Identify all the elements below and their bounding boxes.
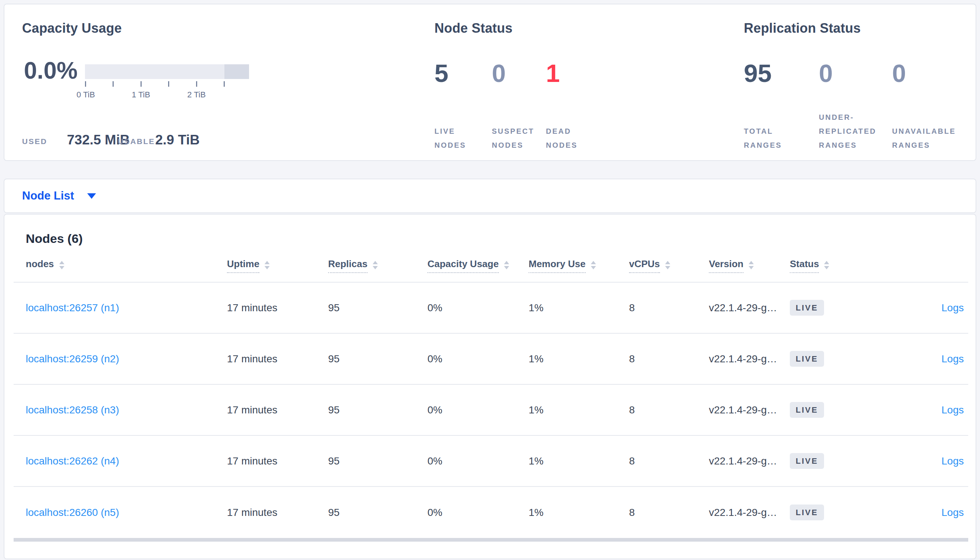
uptime-cell: 17 minutes (227, 385, 328, 436)
status-badge: LIVE (790, 402, 824, 418)
capacity-usage-title: Capacity Usage (22, 21, 430, 36)
uptime-cell: 17 minutes (227, 283, 328, 333)
axis-tick (112, 81, 114, 87)
memory-use-cell: 1% (528, 283, 629, 333)
node-link[interactable]: localhost:26259 (n2) (26, 353, 119, 365)
logs-link[interactable]: Logs (942, 507, 964, 518)
cluster-summary-panel: Capacity Usage 0.0% 0 TiB 1 TiB 2 T (4, 4, 976, 161)
version-cell: v22.1.4-29-g… (709, 333, 790, 385)
status-badge: LIVE (790, 453, 824, 469)
axis-tick (140, 81, 142, 87)
node-status-title: Node Status (435, 21, 740, 36)
under-replicated-ranges-value: 0 (819, 60, 892, 87)
axis-tick (196, 81, 197, 87)
capacity-used-usable-row: USED 732.5 MiB USABLE 2.9 TiB (22, 132, 279, 148)
replication-status-section: Replication Status 95 0 0 TOTAL RANGES U… (744, 4, 980, 162)
column-header-status[interactable]: Status (790, 258, 891, 283)
status-badge: LIVE (790, 505, 824, 520)
capacity-axis-ticks (85, 81, 249, 87)
view-selector-bar: Node List (4, 178, 976, 213)
dead-nodes-value: 1 (546, 60, 656, 87)
column-header-memory-use[interactable]: Memory Use (528, 258, 629, 283)
suspect-nodes-label: SUSPECT NODES (492, 124, 540, 152)
suspect-nodes-value: 0 (492, 60, 546, 87)
memory-use-cell: 1% (528, 333, 629, 385)
node-link[interactable]: localhost:26257 (n1) (26, 302, 119, 313)
total-ranges-value: 95 (744, 60, 819, 87)
view-dropdown-button[interactable]: Node List (22, 189, 96, 202)
axis-tick (168, 81, 169, 87)
sort-icon[interactable] (749, 261, 754, 269)
node-link[interactable]: localhost:26262 (n4) (26, 455, 119, 467)
nodes-table-panel: Nodes (6) nodes Uptime Replic (4, 214, 976, 559)
replication-status-title: Replication Status (744, 21, 980, 36)
unavailable-ranges-label: UNAVAILABLE RANGES (892, 124, 980, 152)
sort-icon[interactable] (591, 261, 596, 269)
node-link[interactable]: localhost:26260 (n5) (26, 507, 119, 518)
column-header-replicas[interactable]: Replicas (328, 258, 428, 283)
node-status-labels: LIVE NODES SUSPECT NODES DEAD NODES (435, 96, 656, 152)
column-header-logs (891, 258, 968, 283)
unavailable-ranges-value: 0 (892, 60, 980, 87)
logs-link[interactable]: Logs (942, 404, 964, 416)
memory-use-cell: 1% (528, 436, 629, 487)
logs-link[interactable]: Logs (942, 302, 964, 313)
vcpus-cell: 8 (629, 487, 709, 538)
memory-use-cell: 1% (528, 385, 629, 436)
table-row: localhost:26259 (n2) 17 minutes 95 0% 1%… (13, 333, 968, 385)
sort-icon[interactable] (264, 261, 270, 269)
capacity-usage-cell: 0% (428, 385, 528, 436)
replicas-cell: 95 (328, 436, 428, 487)
column-header-uptime[interactable]: Uptime (227, 258, 328, 283)
sort-icon[interactable] (665, 261, 670, 269)
logs-link[interactable]: Logs (942, 353, 964, 365)
version-cell: v22.1.4-29-g… (709, 436, 790, 487)
node-link[interactable]: localhost:26258 (n3) (26, 404, 119, 416)
vcpus-cell: 8 (629, 333, 709, 385)
axis-tick-label: 1 TiB (132, 90, 150, 100)
axis-tick (85, 81, 86, 87)
version-cell: v22.1.4-29-g… (709, 283, 790, 333)
nodes-table: nodes Uptime Replicas Capacity Usage (13, 258, 968, 538)
column-header-capacity-usage[interactable]: Capacity Usage (428, 258, 528, 283)
table-row: localhost:26257 (n1) 17 minutes 95 0% 1%… (13, 283, 968, 333)
axis-tick-label: 2 TiB (187, 90, 206, 100)
replicas-cell: 95 (328, 333, 428, 385)
live-nodes-value: 5 (435, 60, 492, 87)
vcpus-cell: 8 (629, 436, 709, 487)
under-replicated-ranges-label: UNDER-REPLICATED RANGES (819, 110, 895, 152)
capacity-usage-cell: 0% (428, 333, 528, 385)
column-header-vcpus[interactable]: vCPUs (629, 258, 709, 283)
axis-tick (224, 81, 225, 87)
sort-icon[interactable] (373, 261, 378, 269)
table-row: localhost:26258 (n3) 17 minutes 95 0% 1%… (13, 385, 968, 436)
version-cell: v22.1.4-29-g… (709, 487, 790, 538)
replicas-cell: 95 (328, 385, 428, 436)
vcpus-cell: 8 (629, 283, 709, 333)
sort-icon[interactable] (824, 261, 829, 269)
dead-nodes-label: DEAD NODES (546, 124, 594, 152)
cluster-overview-page: Capacity Usage 0.0% 0 TiB 1 TiB 2 T (0, 4, 980, 559)
capacity-bar-segment (224, 64, 249, 79)
node-status-section: Node Status 5 0 1 LIVE NODES SUSPECT NOD… (435, 4, 740, 162)
sort-icon[interactable] (59, 261, 64, 269)
capacity-bar-track (85, 64, 249, 79)
view-dropdown-label: Node List (22, 189, 74, 202)
logs-link[interactable]: Logs (942, 455, 964, 467)
total-ranges-label: TOTAL RANGES (744, 124, 807, 152)
sort-icon[interactable] (504, 261, 509, 269)
axis-tick-label: 0 TiB (77, 90, 95, 100)
capacity-gauge: 0 TiB 1 TiB 2 TiB (85, 64, 249, 100)
replicas-cell: 95 (328, 283, 428, 333)
capacity-axis-labels: 0 TiB 1 TiB 2 TiB (85, 90, 249, 100)
column-header-nodes[interactable]: nodes (13, 258, 227, 283)
replication-labels: TOTAL RANGES UNDER-REPLICATED RANGES UNA… (744, 96, 980, 152)
table-bottom-divider (13, 538, 968, 542)
status-badge: LIVE (790, 351, 824, 367)
usable-value: 2.9 TiB (155, 132, 200, 148)
used-label: USED (22, 137, 47, 146)
replication-values: 95 0 0 (744, 60, 980, 87)
column-header-version[interactable]: Version (709, 258, 790, 283)
uptime-cell: 17 minutes (227, 487, 328, 538)
usable-label: USABLE (118, 137, 155, 146)
